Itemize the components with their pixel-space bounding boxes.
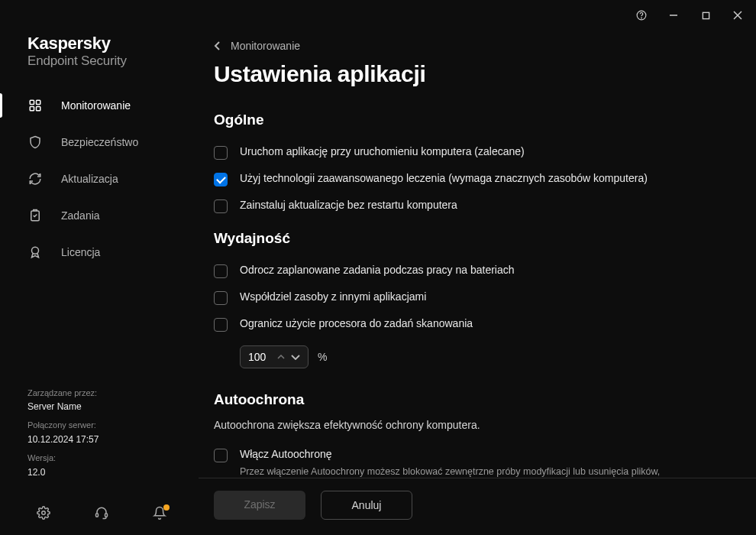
option-share-resources[interactable]: Współdziel zasoby z innymi aplikacjami (214, 284, 725, 311)
settings-icon[interactable] (37, 506, 52, 521)
percent-symbol: % (318, 351, 327, 363)
nav: Monitorowanie Bezpieczeństwo Aktualizacj… (0, 87, 199, 387)
notifications-icon[interactable] (153, 506, 168, 521)
sidebar-item-license[interactable]: Licencja (0, 234, 199, 271)
support-icon[interactable] (95, 506, 110, 521)
sidebar-item-label: Monitorowanie (61, 99, 131, 112)
notification-badge (163, 504, 170, 511)
option-postpone-on-battery[interactable]: Odrocz zaplanowane zadania podczas pracy… (214, 258, 725, 284)
option-advanced-disinfection[interactable]: Użyj technologii zaawansowanego leczenia… (214, 166, 725, 193)
option-label: Uruchom aplikację przy uruchomieniu komp… (240, 145, 725, 157)
option-limit-cpu[interactable]: Ogranicz użycie procesora do zadań skano… (214, 311, 725, 338)
close-button[interactable] (729, 6, 747, 24)
checkbox[interactable] (214, 173, 228, 186)
breadcrumb-parent: Monitorowanie (231, 40, 300, 52)
cpu-limit-spinner[interactable]: 100 (240, 345, 309, 368)
section-selfdefense-subtitle: Autoochrona zwiększa efektywność ochrony… (214, 419, 725, 431)
svg-point-12 (42, 511, 46, 515)
option-label: Zainstaluj aktualizacje bez restartu kom… (240, 199, 725, 211)
option-enable-selfdefense[interactable]: Włącz Autoochronę Przez włączenie Autooc… (214, 442, 725, 478)
brand: Kaspersky Endpoint Security (0, 34, 199, 87)
clipboard-icon (27, 208, 43, 223)
footer-actions: Zapisz Anuluj (199, 478, 756, 535)
checkbox[interactable] (214, 291, 228, 305)
sidebar-item-update[interactable]: Aktualizacja (0, 160, 199, 197)
chevron-left-icon (214, 41, 221, 51)
svg-rect-13 (96, 514, 99, 517)
maximize-button[interactable] (696, 6, 715, 24)
svg-rect-3 (703, 12, 709, 18)
sidebar-item-label: Bezpieczeństwo (61, 136, 138, 148)
sidebar-item-monitoring[interactable]: Monitorowanie (0, 87, 199, 124)
connected-server-value: 10.12.2024 17:57 (27, 433, 171, 447)
sidebar-item-label: Licencja (61, 246, 100, 258)
titlebar (0, 0, 756, 31)
sidebar-item-label: Zadania (61, 209, 100, 222)
managed-by-value: Server Name (27, 400, 171, 414)
option-description: Przez włączenie Autoochrony możesz bloko… (240, 465, 725, 478)
section-performance-title: Wydajność (214, 230, 725, 247)
option-label: Odrocz zaplanowane zadania podczas pracy… (240, 264, 725, 276)
page-title: Ustawienia aplikacji (199, 58, 756, 101)
option-install-without-restart[interactable]: Zainstaluj aktualizacje bez restartu kom… (214, 193, 725, 219)
managed-by-label: Zarządzane przez: (27, 387, 171, 400)
checkbox[interactable] (214, 146, 228, 160)
brand-product: Endpoint Security (27, 54, 171, 69)
svg-rect-14 (105, 514, 108, 517)
svg-point-1 (641, 18, 642, 18)
chevron-up-icon[interactable] (277, 355, 285, 359)
medal-icon (27, 245, 43, 260)
svg-rect-8 (30, 107, 34, 111)
svg-rect-9 (37, 107, 40, 111)
connected-server-label: Połączony serwer: (27, 419, 171, 433)
version-value: 12.0 (27, 465, 171, 480)
sidebar-bottombar (0, 495, 199, 535)
checkbox[interactable] (214, 264, 228, 278)
refresh-icon (27, 171, 43, 186)
option-label: Użyj technologii zaawansowanego leczenia… (240, 172, 725, 184)
chevron-down-icon[interactable] (291, 355, 300, 360)
section-selfdefense-title: Autoochrona (214, 391, 725, 408)
help-icon[interactable] (632, 6, 651, 24)
sidebar-item-label: Aktualizacja (61, 173, 118, 185)
sidebar-meta: Zarządzane przez: Server Name Połączony … (0, 387, 199, 495)
cpu-limit-row: 100 % (214, 338, 725, 381)
option-start-on-boot[interactable]: Uruchom aplikację przy uruchomieniu komp… (214, 139, 725, 166)
brand-name: Kaspersky (27, 34, 171, 54)
save-button[interactable]: Zapisz (214, 491, 305, 520)
option-label: Współdziel zasoby z innymi aplikacjami (240, 290, 725, 303)
version-label: Wersja: (27, 452, 171, 465)
checkbox[interactable] (214, 449, 228, 462)
option-label: Ogranicz użycie procesora do zadań skano… (240, 317, 725, 329)
svg-rect-6 (30, 100, 34, 104)
shield-icon (27, 135, 43, 150)
option-label: Włącz Autoochronę (240, 448, 725, 460)
cpu-limit-value: 100 (248, 351, 271, 363)
main-content: Monitorowanie Ustawienia aplikacji Ogóln… (199, 31, 756, 535)
sidebar: Kaspersky Endpoint Security Monitorowani… (0, 31, 199, 535)
minimize-button[interactable] (664, 6, 683, 24)
sidebar-item-tasks[interactable]: Zadania (0, 197, 199, 234)
breadcrumb[interactable]: Monitorowanie (199, 31, 756, 58)
checkbox[interactable] (214, 318, 228, 332)
svg-rect-7 (37, 100, 40, 104)
cancel-button[interactable]: Anuluj (321, 491, 412, 520)
dashboard-icon (27, 98, 43, 113)
sidebar-item-security[interactable]: Bezpieczeństwo (0, 124, 199, 160)
checkbox[interactable] (214, 199, 228, 213)
settings-scroll[interactable]: Ogólne Uruchom aplikację przy uruchomien… (199, 101, 756, 478)
svg-point-11 (32, 247, 39, 254)
section-general-title: Ogólne (214, 112, 725, 128)
